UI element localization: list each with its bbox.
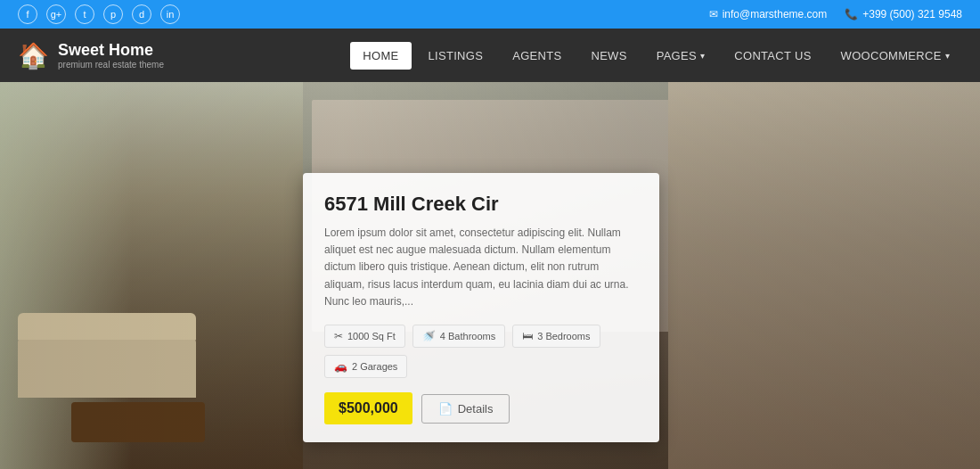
feature-sqft: ✂ 1000 Sq Ft <box>324 325 405 348</box>
details-button[interactable]: 📄 Details <box>421 394 510 424</box>
dribbble-icon[interactable]: d <box>132 4 151 24</box>
garage-label: 2 Garages <box>352 361 397 372</box>
feature-garages: 🚗 2 Garages <box>324 355 407 378</box>
property-features: ✂ 1000 Sq Ft 🚿 4 Bathrooms 🛏 3 Bedrooms … <box>324 325 638 378</box>
nav-agents[interactable]: AGENTS <box>500 42 574 70</box>
garage-icon: 🚗 <box>334 360 347 373</box>
contact-info: ✉ info@marstheme.com 📞 +399 (500) 321 95… <box>709 8 962 21</box>
twitter-icon[interactable]: t <box>75 4 94 24</box>
pinterest-icon[interactable]: p <box>103 4 123 24</box>
logo-icon: 🏠 <box>18 41 49 70</box>
google-plus-icon[interactable]: g+ <box>46 4 66 24</box>
top-bar: f g+ t p d in ✉ info@marstheme.com 📞 +39… <box>0 0 980 29</box>
sqft-label: 1000 Sq Ft <box>347 331 396 341</box>
logo-tagline: premium real estate theme <box>58 60 164 70</box>
logo: 🏠 Sweet Home premium real estate theme <box>18 41 164 70</box>
coffee-table-decoration <box>71 402 205 442</box>
hero-section: 6571 Mill Creek Cir Lorem ipsum dolor si… <box>0 82 980 469</box>
nav-pages[interactable]: PAGES <box>644 42 718 70</box>
details-icon: 📄 <box>438 402 453 416</box>
feature-bedrooms: 🛏 3 Bedrooms <box>512 325 600 348</box>
sofa-decoration <box>18 335 196 398</box>
hero-left-image <box>0 82 330 469</box>
feature-bathrooms: 🚿 4 Bathrooms <box>412 325 505 348</box>
bath-icon: 🚿 <box>422 330 436 342</box>
social-links: f g+ t p d in <box>18 4 180 24</box>
property-title: 6571 Mill Creek Cir <box>324 193 638 216</box>
email-info: ✉ info@marstheme.com <box>709 8 828 21</box>
nav-news[interactable]: NEWS <box>578 42 639 70</box>
nav-listings[interactable]: LISTINGS <box>416 42 496 70</box>
property-actions: $500,000 📄 Details <box>324 392 638 424</box>
email-icon: ✉ <box>709 8 718 21</box>
phone-icon: 📞 <box>845 8 858 21</box>
nav-links: HOME LISTINGS AGENTS NEWS PAGES CONTACT … <box>350 42 962 70</box>
logo-text: Sweet Home premium real estate theme <box>58 41 164 70</box>
facebook-icon[interactable]: f <box>18 4 37 24</box>
bath-label: 4 Bathrooms <box>440 331 495 341</box>
bed-label: 3 Bedrooms <box>537 331 590 341</box>
hero-right-image <box>668 82 980 469</box>
property-card: 6571 Mill Creek Cir Lorem ipsum dolor si… <box>303 173 659 442</box>
nav-contact-us[interactable]: CONTACT US <box>722 42 823 70</box>
nav-bar: 🏠 Sweet Home premium real estate theme H… <box>0 29 980 82</box>
bed-icon: 🛏 <box>522 330 533 342</box>
logo-name: Sweet Home <box>58 41 164 60</box>
nav-home[interactable]: HOME <box>350 42 411 70</box>
sqft-icon: ✂ <box>334 330 343 342</box>
property-description: Lorem ipsum dolor sit amet, consectetur … <box>324 225 638 310</box>
price-badge: $500,000 <box>324 392 412 424</box>
details-label: Details <box>458 402 494 416</box>
phone-info: 📞 +399 (500) 321 9548 <box>845 8 962 21</box>
nav-woocommerce[interactable]: WOOCOMMERCE <box>829 42 962 70</box>
linkedin-icon[interactable]: in <box>160 4 180 24</box>
